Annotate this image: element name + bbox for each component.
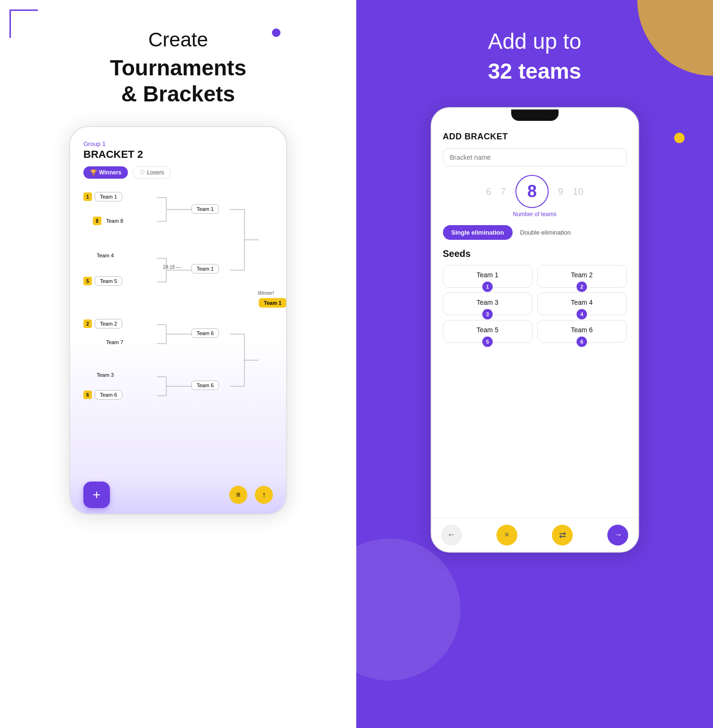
team-row-7: 7 Team 7 (93, 338, 123, 346)
title-create: Create (148, 28, 208, 51)
elimination-row: Single elimination Double elimination (443, 225, 627, 240)
dot-decoration (272, 28, 280, 37)
phone-bottom-nav: ← × ⇄ → (432, 518, 638, 552)
seed-badge-3: 3 (482, 309, 493, 319)
seed-badge-1: 1 (482, 282, 493, 292)
team-row-5: 5 Team 5 (83, 276, 122, 286)
team-box-winner: Team 1 (259, 298, 287, 308)
team-row-1: 1 Team 1 (83, 192, 122, 201)
team-row-winner: Team 1 (259, 298, 287, 308)
seed-badge-4: 4 (577, 309, 587, 319)
phone-mockup-left: Group 1 BRACKET 2 🏆 Winners ♡ Losers (69, 126, 287, 515)
team-row-8: 8 Team 8 (93, 217, 123, 225)
right-title-block: Add up to 32 teams (488, 28, 581, 88)
single-elimination-btn[interactable]: Single elimination (443, 225, 513, 240)
team-row-r2-bot2: Team 6 (191, 381, 219, 390)
seed-5: 5 (83, 277, 92, 285)
phone-notch (432, 108, 638, 122)
seed-card-3[interactable]: Team 3 3 (443, 292, 532, 315)
close-button[interactable]: × (496, 525, 517, 546)
seed-badge-2: 2 (577, 282, 587, 292)
corner-decoration (9, 9, 38, 38)
team-box-r2-bot1: Team 6 (191, 328, 219, 338)
bracket-area: 1 Team 1 8 Team 8 Team 1 24:18 — Team 4 (83, 187, 273, 434)
tab-row: 🏆 Winners ♡ Losers (83, 166, 273, 179)
team-box-5: Team 5 (95, 276, 122, 286)
team-row-r2-bot1: Team 6 (191, 328, 219, 338)
picker-num-10[interactable]: 10 (573, 186, 583, 197)
filter-button[interactable]: ≡ (229, 486, 247, 504)
phone-inner-right: ADD BRACKET 6 7 8 9 10 Number of teams S… (432, 122, 638, 518)
fab-add-button[interactable]: + (83, 482, 110, 508)
bottom-icons: ≡ ↑ (229, 486, 273, 504)
team-box-r2-mid: Team 1 (191, 264, 219, 273)
seed-card-5[interactable]: Team 5 5 (443, 320, 532, 343)
team-box-r2-bot2: Team 6 (191, 381, 219, 390)
seed-badge-5: 5 (482, 337, 493, 347)
winner-label: Winner! (258, 291, 274, 296)
team-name-4: Team 4 (97, 253, 114, 258)
team-box-1: Team 1 (95, 192, 122, 201)
seeds-title: Seeds (443, 248, 627, 259)
dot-yellow (674, 133, 685, 143)
filter-icon: ≡ (236, 491, 240, 499)
team-box-r2-top: Team 1 (191, 204, 219, 214)
picker-num-9[interactable]: 9 (558, 186, 563, 197)
phone-inner-left: Group 1 BRACKET 2 🏆 Winners ♡ Losers (70, 127, 286, 476)
picker-num-6[interactable]: 6 (486, 186, 491, 197)
seeds-grid: Team 1 1 Team 2 2 Team 3 3 Team 4 4 Team… (443, 265, 627, 343)
seed-6: 6 (83, 391, 92, 399)
seed-8: 8 (93, 217, 101, 225)
seed-card-2[interactable]: Team 2 2 (537, 265, 627, 288)
seed-card-6[interactable]: Team 6 6 (537, 320, 627, 343)
bracket-title: BRACKET 2 (83, 148, 273, 161)
tab-winners[interactable]: 🏆 Winners (83, 166, 128, 179)
bracket-name-input[interactable] (443, 148, 627, 166)
number-picker: 6 7 8 9 10 (443, 175, 627, 208)
team-name-3: Team 3 (97, 372, 114, 378)
right-panel: Add up to 32 teams ADD BRACKET 6 7 8 9 1… (356, 0, 713, 728)
seed-1: 1 (83, 192, 92, 201)
seed-2: 2 (83, 319, 92, 328)
seed-card-4[interactable]: Team 4 4 (537, 292, 627, 315)
heart-icon: ♡ (140, 169, 145, 176)
team-row-4: Team 4 (83, 253, 114, 258)
share-icon: ↑ (262, 491, 266, 499)
number-label: Number of teams (443, 211, 627, 218)
seed-badge-6: 6 (577, 337, 587, 347)
close-icon: × (505, 530, 510, 540)
share-button[interactable]: ↑ (255, 486, 273, 504)
phone-bottom-bar: + ≡ ↑ (70, 476, 286, 514)
trophy-icon: 🏆 (90, 169, 97, 176)
title-bold: Tournaments& Brackets (110, 55, 246, 107)
score-label: 24:18 — (163, 264, 181, 270)
right-title-line2: 32 teams (488, 58, 581, 84)
notch (511, 109, 559, 121)
team-row-2: 2 Team 2 (83, 319, 122, 328)
group-label: Group 1 (83, 140, 273, 147)
corner-yellow (637, 0, 713, 76)
team-name-7: Team 7 (106, 339, 123, 345)
team-row-6: 6 Team 6 (83, 390, 122, 400)
next-button[interactable]: → (607, 525, 628, 546)
left-panel: Create Tournaments& Brackets Group 1 BRA… (0, 0, 356, 728)
circle-decoration (356, 538, 460, 681)
add-bracket-title: ADD BRACKET (443, 132, 627, 142)
tab-losers[interactable]: ♡ Losers (133, 166, 171, 179)
team-box-2: Team 2 (95, 319, 122, 328)
team-row-r2-top: Team 1 (191, 204, 219, 214)
back-button[interactable]: ← (441, 525, 462, 546)
team-row-3: Team 3 (83, 372, 114, 378)
team-name-8: Team 8 (106, 218, 123, 224)
right-title-line1: Add up to (488, 28, 581, 55)
shuffle-button[interactable]: ⇄ (552, 525, 573, 546)
picker-num-selected[interactable]: 8 (515, 175, 549, 208)
team-row-r2-mid: Team 1 (191, 264, 219, 273)
double-elimination-btn[interactable]: Double elimination (520, 229, 571, 236)
back-icon: ← (447, 530, 456, 540)
team-box-6: Team 6 (95, 390, 122, 400)
shuffle-icon: ⇄ (559, 530, 566, 540)
next-icon: → (614, 530, 622, 540)
picker-num-7[interactable]: 7 (501, 186, 506, 197)
seed-card-1[interactable]: Team 1 1 (443, 265, 532, 288)
